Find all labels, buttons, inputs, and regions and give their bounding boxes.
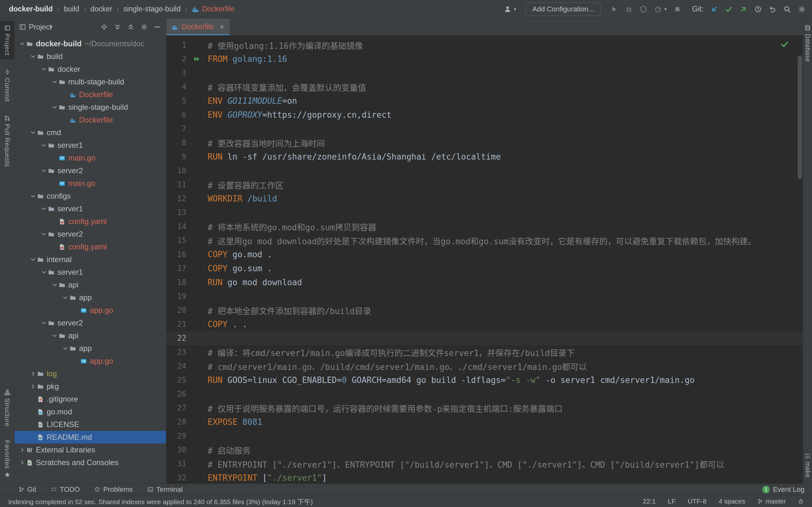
profiler-icon[interactable] — [654, 5, 662, 13]
breadcrumb-item-build[interactable]: build — [64, 5, 79, 13]
git-update-icon[interactable] — [710, 5, 718, 13]
indent-setting[interactable]: 4 spaces — [719, 498, 745, 505]
event-log-widget[interactable]: 1 Event Log — [762, 486, 804, 494]
breadcrumb-file[interactable]: Dockerfile — [192, 5, 234, 13]
chevron-down-icon[interactable] — [41, 66, 47, 72]
tree-item-go-mod[interactable]: go.mod — [15, 405, 166, 418]
add-configuration-button[interactable]: Add Configuration... — [526, 3, 601, 16]
code-line-28[interactable]: 28EXPOSE 8081 — [166, 415, 803, 429]
code-line-23[interactable]: 23# 编译：将cmd/server1/main.go编译成可执行的二进制文件s… — [166, 345, 803, 359]
hide-panel-icon[interactable] — [154, 23, 161, 31]
code-line-24[interactable]: 24# cmd/server1/main.go、/build/cmd/serve… — [166, 359, 803, 373]
code-line-8[interactable]: 8# 更改容器当地时间为上海时间 — [166, 136, 803, 150]
chevron-down-icon[interactable] — [30, 129, 36, 136]
chevron-right-icon[interactable] — [30, 383, 36, 390]
tree-item-app-go[interactable]: app.go — [15, 304, 166, 317]
tree-item-multi-stage-build[interactable]: multi-stage-build — [15, 75, 166, 88]
tree-item-readme-md[interactable]: README.md — [15, 431, 166, 444]
code-line-13[interactable]: 13 — [166, 206, 803, 220]
chevron-down-icon[interactable] — [41, 168, 47, 174]
coverage-icon[interactable] — [640, 5, 647, 13]
bottom-bar-item-git[interactable]: Git — [18, 486, 36, 494]
tool-window-button-pull-requests[interactable]: Pull Requests — [0, 111, 14, 171]
debug-icon[interactable] — [625, 5, 633, 13]
code-line-6[interactable]: 6ENV GOPROXY=https://goproxy.cn,direct — [166, 108, 803, 122]
tree-item-scratches-and-consoles[interactable]: Scratches and Consoles — [15, 456, 166, 469]
scrollbar-thumb[interactable] — [798, 56, 802, 179]
tree-item-server2[interactable]: server2 — [15, 164, 166, 177]
code-line-11[interactable]: 11# 设置容器的工作区 — [166, 178, 803, 191]
tree-item-docker[interactable]: docker — [15, 63, 166, 75]
tree-item-external-libraries[interactable]: External Libraries — [15, 444, 166, 456]
tree-item-main-go[interactable]: main.go — [15, 152, 166, 164]
code-line-26[interactable]: 26 — [166, 387, 803, 401]
chevron-down-icon[interactable] — [51, 282, 58, 288]
breadcrumb-item-docker[interactable]: docker — [91, 5, 112, 13]
chevron-right-icon[interactable] — [30, 371, 36, 377]
file-encoding[interactable]: UTF-8 — [688, 498, 707, 505]
tree-item-cmd[interactable]: cmd — [15, 126, 166, 139]
chevron-down-icon[interactable] — [51, 104, 58, 110]
tree-item-app[interactable]: app — [15, 342, 166, 355]
chevron-down-icon[interactable] — [62, 294, 68, 301]
tool-window-button-database[interactable]: Database — [803, 21, 812, 66]
chevron-down-icon[interactable] — [41, 269, 47, 275]
code-line-21[interactable]: 21COPY . . — [166, 317, 803, 331]
code-line-17[interactable]: 17COPY go.sum . — [166, 262, 803, 275]
git-branch-widget[interactable]: master — [757, 498, 786, 505]
breadcrumb-item-single-stage-build[interactable]: single-stage-build — [123, 5, 181, 13]
chevron-down-icon[interactable] — [62, 345, 68, 351]
cursor-position[interactable]: 22:1 — [643, 498, 656, 505]
tree-item-build[interactable]: build — [15, 50, 166, 63]
code-line-30[interactable]: 30# 启动服务 — [166, 443, 803, 457]
tree-item-log[interactable]: log — [15, 368, 166, 380]
code-line-14[interactable]: 14# 将本地系统的go.mod和go.sum拷贝到容器 — [166, 220, 803, 233]
tree-item-dockerfile[interactable]: Dockerfile — [15, 88, 166, 101]
line-separator[interactable]: LF — [668, 498, 676, 505]
chevron-down-icon[interactable] — [41, 142, 47, 149]
code-line-12[interactable]: 12WORKDIR /build — [166, 191, 803, 206]
code-line-16[interactable]: 16COPY go.mod . — [166, 247, 803, 262]
bottom-bar-item-todo[interactable]: TODO — [51, 486, 80, 494]
tree-item-server2[interactable]: server2 — [15, 228, 166, 240]
chevron-down-icon[interactable] — [41, 320, 47, 326]
tree-item-server1[interactable]: server1 — [15, 203, 166, 215]
select-opened-file-icon[interactable] — [101, 23, 108, 31]
code-line-3[interactable]: 3 — [166, 66, 803, 80]
chevron-down-icon[interactable] — [30, 257, 36, 263]
tree-item-internal[interactable]: internal — [15, 253, 166, 266]
code-line-22[interactable]: 22 — [166, 331, 803, 345]
chevron-down-icon[interactable] — [41, 206, 47, 212]
tree-item-main-go[interactable]: main.go — [15, 177, 166, 190]
project-panel-title[interactable]: Project — [29, 23, 52, 32]
close-tab-icon[interactable] — [219, 24, 225, 30]
expand-all-icon[interactable] — [114, 23, 121, 31]
tree-item-app[interactable]: app — [15, 291, 166, 304]
code-line-27[interactable]: 27# 仅用于说明服务暴露的端口号，运行容器的时候需要用参数-p来指定宿主机端口… — [166, 401, 803, 415]
tree-item-pkg[interactable]: pkg — [15, 380, 166, 393]
code-line-9[interactable]: 9RUN ln -sf /usr/share/zoneinfo/Asia/Sha… — [166, 150, 803, 164]
tree-item-dockerfile[interactable]: Dockerfile — [15, 114, 166, 126]
tree-item-server1[interactable]: server1 — [15, 266, 166, 279]
chevron-down-icon[interactable] — [51, 333, 58, 339]
chevron-down-icon[interactable] — [30, 53, 36, 60]
code-line-32[interactable]: 32ENTRYPOINT ["./server1"] — [166, 471, 803, 484]
code-line-7[interactable]: 7 — [166, 122, 803, 136]
tree-item-docker-build[interactable]: docker-build~/Documents/doc — [15, 38, 166, 50]
chevron-down-icon[interactable] — [30, 193, 36, 199]
git-rollback-icon[interactable] — [769, 5, 776, 13]
tree-item-api[interactable]: api — [15, 329, 166, 342]
code-line-29[interactable]: 29 — [166, 429, 803, 443]
chevron-right-icon[interactable] — [19, 459, 25, 466]
tool-window-button-commit[interactable]: Commit — [0, 65, 14, 105]
code-line-25[interactable]: 25RUN GOOS=linux CGO_ENABLED=0 GOARCH=am… — [166, 373, 803, 387]
tree-item-configs[interactable]: configs — [15, 190, 166, 203]
editor-scrollbar[interactable] — [797, 36, 803, 484]
tree-item-config-yaml[interactable]: config.yaml — [15, 240, 166, 253]
chevron-down-icon[interactable] — [51, 79, 58, 85]
run-dockerfile-icon[interactable] — [193, 56, 200, 62]
tree-item-api[interactable]: api — [15, 279, 166, 291]
collapse-all-icon[interactable] — [127, 23, 134, 31]
panel-settings-icon[interactable] — [141, 23, 148, 31]
bottom-bar-item-problems[interactable]: Problems — [94, 486, 133, 494]
